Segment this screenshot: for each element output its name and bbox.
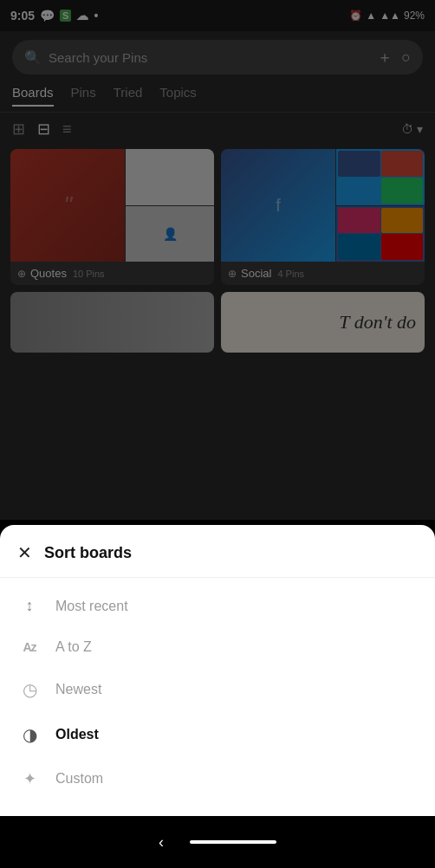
custom-label: Custom <box>55 771 103 787</box>
newest-label: Newest <box>55 682 101 697</box>
sort-options-list: ↕ Most recent Az A to Z ◷ Newest ◑ Oldes… <box>0 578 435 807</box>
a-to-z-label: A to Z <box>55 639 92 655</box>
sort-option-newest[interactable]: ◷ Newest <box>0 667 435 712</box>
sort-sheet-title: Sort boards <box>44 544 132 562</box>
sort-sheet-header: ✕ Sort boards <box>0 542 435 578</box>
back-button[interactable]: ‹ <box>159 833 164 852</box>
sort-option-oldest[interactable]: ◑ Oldest <box>0 712 435 757</box>
most-recent-label: Most recent <box>55 599 128 614</box>
a-to-z-icon: Az <box>17 640 42 654</box>
overlay-dim[interactable] <box>0 0 435 520</box>
sort-option-custom[interactable]: ✦ Custom <box>0 757 435 800</box>
custom-icon: ✦ <box>17 769 42 788</box>
close-icon[interactable]: ✕ <box>17 542 32 563</box>
sort-option-a-to-z[interactable]: Az A to Z <box>0 627 435 667</box>
oldest-icon: ◑ <box>17 724 42 745</box>
home-indicator[interactable] <box>190 840 276 844</box>
sort-option-most-recent[interactable]: ↕ Most recent <box>0 585 435 627</box>
navigation-bar: ‹ <box>0 816 435 868</box>
oldest-label: Oldest <box>55 727 99 742</box>
newest-icon: ◷ <box>17 679 42 700</box>
sort-bottom-sheet: ✕ Sort boards ↕ Most recent Az A to Z ◷ … <box>0 525 435 816</box>
most-recent-icon: ↕ <box>17 597 42 615</box>
